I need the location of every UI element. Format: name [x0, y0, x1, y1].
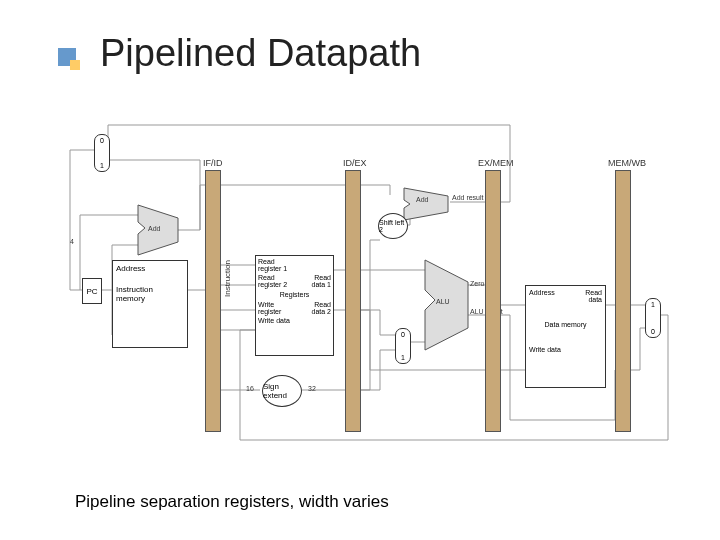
slide-caption: Pipeline separation registers, width var…: [75, 492, 389, 512]
mux-0b: 0: [401, 331, 405, 338]
pc-label: PC: [86, 287, 97, 296]
id-ex-label: ID/EX: [343, 158, 367, 168]
constant-4-label: 4: [70, 238, 74, 245]
write-data-mem-label: Write data: [529, 346, 561, 353]
read-reg2-label: Read register 2: [258, 274, 290, 288]
read-data2-label: Read data 2: [303, 301, 331, 315]
add-if-label: Add: [148, 225, 160, 232]
title-bullet-icon: [58, 48, 76, 66]
write-reg-label: Write register: [258, 301, 290, 315]
ex-mem-register: [485, 170, 501, 432]
mux-0c: 0: [651, 328, 655, 335]
alu-label: ALU: [436, 298, 450, 305]
sign-extend-block: Sign extend: [262, 375, 302, 407]
mux-1c: 1: [651, 301, 655, 308]
data-memory-block: Address Read data Data memory Write data: [525, 285, 606, 388]
read-reg1-label: Read register 1: [258, 258, 290, 272]
sign-extend-label: Sign extend: [263, 382, 301, 400]
ex-mem-label: EX/MEM: [478, 158, 514, 168]
zero-label: Zero: [470, 280, 484, 287]
shift-left-label: Shift left 2: [379, 219, 407, 233]
data-memory-label: Data memory: [544, 321, 586, 328]
sign-out-label: 32: [308, 385, 316, 392]
if-id-label: IF/ID: [203, 158, 223, 168]
mem-wb-register: [615, 170, 631, 432]
write-data-reg-label: Write data: [258, 317, 290, 324]
mux-1: 1: [100, 162, 104, 169]
add-result-label: Add result: [452, 194, 476, 201]
sign-in-label: 16: [246, 385, 254, 392]
instruction-memory-block: Address Instruction memory: [112, 260, 188, 348]
instruction-out-label: Instruction: [223, 260, 232, 297]
read-data-mem-label: Read data: [578, 289, 602, 303]
alu-src-mux: 0 1: [395, 328, 411, 364]
mux-0: 0: [100, 137, 104, 144]
address-if-label: Address: [116, 264, 145, 273]
slide-title: Pipelined Datapath: [100, 32, 421, 75]
pc-register: PC: [82, 278, 102, 304]
mux-1b: 1: [401, 354, 405, 361]
address-mem-label: Address: [529, 289, 555, 303]
registers-block: Read register 1 Read register 2 Read dat…: [255, 255, 334, 356]
datapath-diagram: 0 1 PC 4 Add Address Instruction memory …: [60, 110, 680, 450]
shift-left-block: Shift left 2: [378, 213, 408, 239]
svg-marker-24: [404, 188, 448, 220]
mem-wb-label: MEM/WB: [608, 158, 646, 168]
pc-source-mux: 0 1: [94, 134, 110, 172]
if-id-register: [205, 170, 221, 432]
add-ex-label: Add: [416, 196, 428, 203]
id-ex-register: [345, 170, 361, 432]
wb-mux: 1 0: [645, 298, 661, 338]
instruction-memory-label: Instruction memory: [116, 285, 184, 303]
registers-label: Registers: [280, 291, 310, 298]
svg-marker-25: [425, 260, 468, 350]
read-data1-label: Read data 1: [303, 274, 331, 288]
